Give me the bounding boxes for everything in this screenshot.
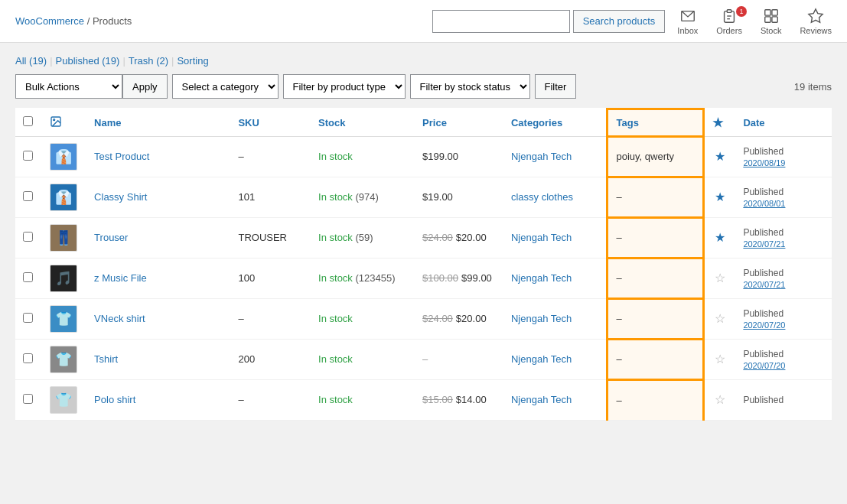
- row-categories-cell: Njengah Tech: [503, 136, 608, 177]
- category-link[interactable]: Njengah Tech: [511, 232, 572, 243]
- col-header-stock[interactable]: Stock: [311, 109, 415, 137]
- row-thumb-cell: 👔: [42, 177, 87, 217]
- date-value[interactable]: 2020/08/01: [743, 199, 785, 208]
- row-name-cell: VNeck shirt: [86, 298, 230, 339]
- date-value[interactable]: 2020/07/20: [743, 320, 785, 330]
- featured-star[interactable]: ☆: [715, 312, 725, 325]
- col-header-price[interactable]: Price: [415, 109, 503, 137]
- table-row: 🎵 z Music File 100 In stock (123455) $10…: [15, 258, 832, 298]
- row-name-cell: Tshirt: [86, 339, 230, 379]
- row-checkbox[interactable]: [23, 151, 33, 161]
- date-value[interactable]: 2020/07/21: [743, 280, 785, 289]
- row-categories-cell: Njengah Tech: [503, 217, 608, 258]
- row-date-cell: Published 2020/07/21: [735, 217, 832, 258]
- featured-star[interactable]: ★: [715, 150, 725, 163]
- product-sku: –: [238, 394, 243, 405]
- row-name-cell: Trouser: [86, 217, 230, 258]
- row-featured-cell: ★: [704, 217, 736, 258]
- product-name-link[interactable]: Test Product: [94, 151, 149, 162]
- nav-orders-label: Orders: [716, 26, 742, 35]
- featured-star[interactable]: ☆: [715, 393, 725, 406]
- row-checkbox[interactable]: [23, 272, 33, 282]
- product-type-select[interactable]: Filter by product type: [283, 74, 406, 99]
- products-table: Name SKU Stock Price Categories Tags ★ D…: [15, 108, 832, 421]
- table-row: 👕 Polo shirt – In stock $15.00$14.00 Nje…: [15, 379, 832, 420]
- row-sku-cell: –: [230, 136, 311, 177]
- col-header-name[interactable]: Name: [86, 109, 230, 137]
- table-row: 👔 Classy Shirt 101 In stock (974) $19.00…: [15, 177, 832, 217]
- category-link[interactable]: classy clothes: [511, 191, 573, 203]
- date-value[interactable]: 2020/07/21: [743, 239, 785, 249]
- tab-published[interactable]: Published (19): [56, 55, 120, 67]
- row-categories-cell: Njengah Tech: [503, 258, 608, 298]
- date-value[interactable]: 2020/07/20: [743, 361, 785, 370]
- row-checkbox[interactable]: [23, 191, 33, 201]
- filter-button[interactable]: Filter: [535, 74, 577, 99]
- tab-sorting[interactable]: Sorting: [177, 55, 208, 67]
- row-sku-cell: –: [230, 379, 311, 420]
- search-input[interactable]: [432, 10, 570, 33]
- tabs-row: All (19) | Published (19) | Trash (2) | …: [15, 55, 832, 67]
- breadcrumb-woocommerce[interactable]: WooCommerce: [15, 15, 84, 27]
- featured-star[interactable]: ★: [715, 190, 725, 203]
- row-categories-cell: Njengah Tech: [503, 379, 608, 420]
- row-checkbox[interactable]: [23, 232, 33, 242]
- product-thumbnail: 👕: [50, 386, 77, 414]
- category-link[interactable]: Njengah Tech: [511, 313, 572, 324]
- svg-point-10: [53, 119, 54, 120]
- row-thumb-cell: 👕: [42, 379, 87, 420]
- row-checkbox-cell: [15, 379, 42, 420]
- featured-star[interactable]: ☆: [715, 272, 725, 285]
- row-tags-cell: –: [608, 258, 704, 298]
- bulk-actions-select[interactable]: Bulk Actions: [15, 74, 122, 99]
- row-checkbox[interactable]: [23, 353, 33, 363]
- category-select[interactable]: Select a category: [172, 74, 279, 99]
- row-thumb-cell: 👕: [42, 339, 87, 379]
- select-all-checkbox[interactable]: [23, 116, 33, 126]
- product-tags: –: [616, 353, 621, 365]
- row-categories-cell: Njengah Tech: [503, 339, 608, 379]
- row-thumb-cell: 👔: [42, 136, 87, 177]
- page-content: All (19) | Published (19) | Trash (2) | …: [0, 43, 847, 433]
- product-name-link[interactable]: z Music File: [94, 272, 147, 284]
- row-date-cell: Published 2020/08/01: [735, 177, 832, 217]
- row-featured-cell: ☆: [704, 298, 736, 339]
- featured-star[interactable]: ☆: [715, 353, 725, 366]
- apply-button[interactable]: Apply: [122, 74, 168, 99]
- row-date-cell: Published 2020/08/19: [735, 136, 832, 177]
- stock-status-select[interactable]: Filter by stock status: [410, 74, 530, 99]
- row-checkbox[interactable]: [23, 394, 33, 404]
- product-name-link[interactable]: Classy Shirt: [94, 191, 147, 203]
- col-header-sku[interactable]: SKU: [230, 109, 311, 137]
- row-categories-cell: Njengah Tech: [503, 298, 608, 339]
- featured-star[interactable]: ★: [715, 231, 725, 244]
- col-header-date[interactable]: Date: [735, 109, 832, 137]
- date-value[interactable]: 2020/08/19: [743, 158, 785, 167]
- row-sku-cell: –: [230, 298, 311, 339]
- product-name-link[interactable]: Polo shirt: [94, 394, 135, 405]
- product-name-link[interactable]: VNeck shirt: [94, 313, 145, 324]
- category-link[interactable]: Njengah Tech: [511, 353, 572, 365]
- category-link[interactable]: Njengah Tech: [511, 394, 572, 405]
- search-products-button[interactable]: Search products: [573, 10, 666, 33]
- tab-trash[interactable]: Trash (2): [129, 55, 168, 67]
- sep2: |: [122, 55, 125, 67]
- svg-rect-6: [764, 16, 770, 21]
- nav-reviews[interactable]: Reviews: [800, 8, 832, 35]
- date-status: Published: [743, 268, 783, 278]
- row-price-cell: $199.00: [415, 136, 503, 177]
- row-checkbox[interactable]: [23, 313, 33, 323]
- product-name-link[interactable]: Trouser: [94, 232, 128, 243]
- product-name-link[interactable]: Tshirt: [94, 353, 118, 365]
- filter-bar: Bulk Actions Apply Select a category Fil…: [15, 74, 832, 99]
- product-tags: –: [616, 313, 621, 324]
- nav-reviews-label: Reviews: [800, 26, 832, 35]
- row-featured-cell: ☆: [704, 379, 736, 420]
- category-link[interactable]: Njengah Tech: [511, 151, 572, 162]
- category-link[interactable]: Njengah Tech: [511, 272, 572, 284]
- nav-inbox[interactable]: Inbox: [677, 8, 698, 35]
- item-count: 19 items: [794, 81, 832, 93]
- tab-all[interactable]: All (19): [15, 55, 47, 67]
- nav-orders[interactable]: 1 Orders: [716, 8, 742, 35]
- nav-stock[interactable]: Stock: [761, 8, 782, 35]
